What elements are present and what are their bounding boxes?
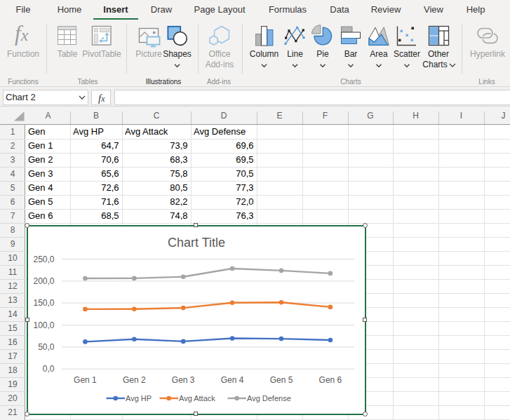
svg-text:Gen 5: Gen 5 <box>270 375 293 385</box>
svg-text:Avg Attack: Avg Attack <box>179 394 215 402</box>
svg-text:250,0: 250,0 <box>33 255 54 264</box>
svg-text:Gen 2: Gen 2 <box>123 375 146 385</box>
svg-text:Avg HP: Avg HP <box>126 394 152 402</box>
svg-text:Gen 4: Gen 4 <box>221 375 244 385</box>
svg-text:200,0: 200,0 <box>33 276 54 286</box>
svg-text:100,0: 100,0 <box>33 320 54 330</box>
svg-text:150,0: 150,0 <box>33 298 54 308</box>
svg-text:Gen 1: Gen 1 <box>74 375 97 385</box>
svg-text:Chart Title: Chart Title <box>168 236 225 250</box>
svg-text:Avg Defense: Avg Defense <box>247 394 291 402</box>
svg-text:Gen 3: Gen 3 <box>172 375 195 385</box>
svg-text:0,0: 0,0 <box>43 364 55 374</box>
svg-text:Gen 6: Gen 6 <box>319 375 342 385</box>
svg-text:50,0: 50,0 <box>38 342 55 352</box>
